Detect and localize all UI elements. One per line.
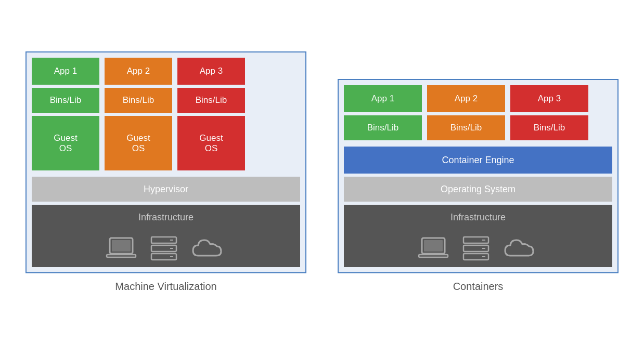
svg-rect-1 xyxy=(112,240,131,252)
ct-bins2: Bins/Lib xyxy=(427,115,505,140)
svg-rect-10 xyxy=(424,240,443,252)
vm-app2: App 2 xyxy=(105,58,172,85)
svg-rect-2 xyxy=(107,255,136,257)
vm-col-red: App 3 Bins/Lib Guest OS xyxy=(177,58,245,170)
ct-bins3: Bins/Lib xyxy=(510,115,588,140)
vm-guestos2: Guest OS xyxy=(105,116,172,170)
vm-app3: App 3 xyxy=(177,58,245,85)
ct-col-green: App 1 Bins/Lib xyxy=(344,85,422,140)
ct-cloud-icon xyxy=(503,236,538,261)
laptop-icon xyxy=(106,236,137,261)
ct-bins1: Bins/Lib xyxy=(344,115,422,140)
vm-bins2: Bins/Lib xyxy=(105,88,172,113)
vm-column: App 1 Bins/Lib Guest OS App 2 Bins/Lib G… xyxy=(25,51,306,293)
vm-infra-icons xyxy=(32,230,300,267)
vm-col-green: App 1 Bins/Lib Guest OS xyxy=(32,58,99,170)
svg-rect-11 xyxy=(419,255,448,257)
ct-col-red: App 3 Bins/Lib xyxy=(510,85,588,140)
ct-infra-icons xyxy=(344,230,612,267)
vm-hypervisor: Hypervisor xyxy=(32,177,300,202)
ct-column: App 1 Bins/Lib App 2 Bins/Lib App 3 Bins… xyxy=(338,79,619,293)
vm-col-orange: App 2 Bins/Lib Guest OS xyxy=(105,58,172,170)
vm-apps-row: App 1 Bins/Lib Guest OS App 2 Bins/Lib G… xyxy=(32,58,300,170)
vm-guestos1: Guest OS xyxy=(32,116,99,170)
vm-label: Machine Virtualization xyxy=(115,281,216,293)
ct-box: App 1 Bins/Lib App 2 Bins/Lib App 3 Bins… xyxy=(338,79,619,273)
operating-system: Operating System xyxy=(344,177,612,202)
vm-box: App 1 Bins/Lib Guest OS App 2 Bins/Lib G… xyxy=(25,51,306,273)
server-icon xyxy=(149,235,178,262)
ct-server-icon xyxy=(461,235,491,262)
ct-infra-wrapper: Infrastructure xyxy=(344,202,612,267)
cloud-icon xyxy=(191,236,226,261)
vm-bins1: Bins/Lib xyxy=(32,88,99,113)
ct-laptop-icon xyxy=(418,236,449,261)
vm-infrastructure-label: Infrastructure xyxy=(32,205,300,230)
vm-bins3: Bins/Lib xyxy=(177,88,245,113)
vm-guestos3: Guest OS xyxy=(177,116,245,170)
ct-infrastructure-label: Infrastructure xyxy=(344,205,612,230)
vm-app1: App 1 xyxy=(32,58,99,85)
ct-app2: App 2 xyxy=(427,85,505,112)
vm-infra-wrapper: Infrastructure xyxy=(32,202,300,267)
ct-col-orange: App 2 Bins/Lib xyxy=(427,85,505,140)
ct-app3: App 3 xyxy=(510,85,588,112)
ct-label: Containers xyxy=(453,281,504,293)
ct-apps-row: App 1 Bins/Lib App 2 Bins/Lib App 3 Bins… xyxy=(344,85,612,140)
diagram-container: App 1 Bins/Lib Guest OS App 2 Bins/Lib G… xyxy=(5,41,639,303)
container-engine: Container Engine xyxy=(344,147,612,174)
ct-app1: App 1 xyxy=(344,85,422,112)
